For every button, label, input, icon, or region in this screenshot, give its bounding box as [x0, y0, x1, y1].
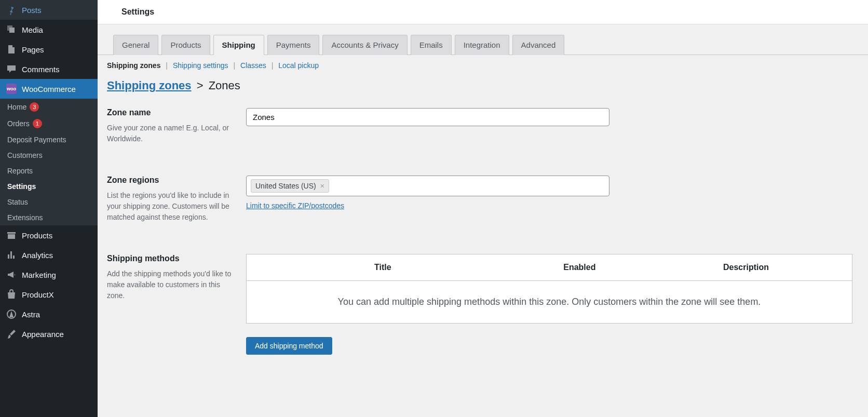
- row-zone-regions: Zone regions List the regions you'd like…: [107, 176, 852, 223]
- submenu-home[interactable]: Home 3: [0, 99, 98, 115]
- th-enabled: Enabled: [519, 254, 640, 281]
- sidebar-label: Appearance: [22, 330, 64, 339]
- row-zone-name: Zone name Give your zone a name! E.g. Lo…: [107, 108, 852, 144]
- page-title: Settings: [121, 7, 856, 17]
- submenu-customers[interactable]: Customers: [0, 147, 98, 163]
- sidebar-item-astra[interactable]: Astra: [0, 304, 98, 324]
- breadcrumb-current: Zones: [209, 79, 240, 92]
- subnav-sep: |: [272, 61, 276, 70]
- add-shipping-method-button[interactable]: Add shipping method: [246, 337, 332, 355]
- subnav-settings[interactable]: Shipping settings: [173, 61, 228, 70]
- label-col: Zone name Give your zone a name! E.g. Lo…: [107, 108, 246, 144]
- chart-icon: [6, 250, 17, 260]
- sidebar-item-media[interactable]: Media: [0, 20, 98, 39]
- woocommerce-submenu: Home 3 Orders 1 Deposit Payments Custome…: [0, 99, 98, 225]
- shipping-methods-label: Shipping methods: [107, 254, 234, 263]
- sidebar-label: Astra: [22, 310, 40, 319]
- tab-advanced[interactable]: Advanced: [512, 35, 565, 55]
- sidebar-item-posts[interactable]: Posts: [0, 0, 98, 20]
- submenu-deposit[interactable]: Deposit Payments: [0, 132, 98, 147]
- label-col: Zone regions List the regions you'd like…: [107, 176, 246, 223]
- comment-icon: [6, 64, 17, 74]
- sidebar-label: Products: [22, 231, 52, 240]
- th-description: Description: [640, 254, 852, 281]
- sidebar-item-analytics[interactable]: Analytics: [0, 245, 98, 265]
- input-col: United States (US) × Limit to specific Z…: [246, 176, 609, 223]
- sidebar-item-marketing[interactable]: Marketing: [0, 265, 98, 285]
- submenu-label: Orders: [7, 119, 30, 128]
- tab-general[interactable]: General: [113, 35, 158, 55]
- subnav-sep: |: [233, 61, 237, 70]
- tab-accounts[interactable]: Accounts & Privacy: [322, 35, 407, 55]
- sidebar-label: Marketing: [22, 271, 56, 279]
- chip-remove-icon[interactable]: ×: [320, 182, 324, 190]
- megaphone-icon: [6, 270, 17, 280]
- input-col: [246, 108, 609, 144]
- empty-message: You can add multiple shipping methods wi…: [247, 281, 852, 324]
- zone-regions-label: Zone regions: [107, 176, 234, 185]
- shipping-subnav: Shipping zones | Shipping settings | Cla…: [98, 55, 868, 70]
- submenu-label: Home: [7, 103, 26, 111]
- tab-shipping[interactable]: Shipping: [213, 35, 264, 55]
- subnav-local[interactable]: Local pickup: [278, 61, 319, 70]
- sidebar-label: ProductX: [22, 290, 54, 299]
- orders-badge: 1: [33, 119, 42, 128]
- input-col: Title Enabled Description You can add mu…: [246, 254, 852, 355]
- submenu-status[interactable]: Status: [0, 194, 98, 210]
- zone-name-help: Give your zone a name! E.g. Local, or Wo…: [107, 123, 234, 144]
- page-icon: [6, 44, 17, 55]
- sidebar-label: Pages: [22, 45, 44, 54]
- zone-name-label: Zone name: [107, 108, 234, 117]
- media-icon: [6, 24, 17, 35]
- tab-integration[interactable]: Integration: [455, 35, 509, 55]
- archive-icon: [6, 230, 17, 240]
- sidebar-item-comments[interactable]: Comments: [0, 59, 98, 79]
- limit-zip-link[interactable]: Limit to specific ZIP/postcodes: [246, 201, 344, 210]
- sidebar-item-pages[interactable]: Pages: [0, 39, 98, 59]
- sidebar-label: Analytics: [22, 251, 53, 260]
- tab-payments[interactable]: Payments: [267, 35, 320, 55]
- label-col: Shipping methods Add the shipping method…: [107, 254, 246, 355]
- region-chip: United States (US) ×: [251, 179, 329, 193]
- bag-icon: [6, 289, 17, 300]
- sidebar-label: WooCommerce: [22, 85, 76, 93]
- zone-name-input[interactable]: [246, 108, 609, 126]
- chip-label: United States (US): [255, 182, 316, 190]
- home-badge: 3: [30, 102, 39, 112]
- tab-emails[interactable]: Emails: [411, 35, 452, 55]
- table-row-empty: You can add multiple shipping methods wi…: [247, 281, 852, 324]
- woocommerce-icon: woo: [6, 84, 17, 94]
- subnav-classes[interactable]: Classes: [240, 61, 266, 70]
- sidebar-label: Posts: [22, 6, 42, 15]
- pin-icon: [6, 5, 17, 15]
- submenu-extensions[interactable]: Extensions: [0, 210, 98, 225]
- submenu-settings[interactable]: Settings: [0, 179, 98, 194]
- admin-sidebar: Posts Media Pages Comments woo WooCommer…: [0, 0, 98, 417]
- sidebar-item-woocommerce[interactable]: woo WooCommerce: [0, 79, 98, 99]
- breadcrumb-root[interactable]: Shipping zones: [107, 79, 192, 92]
- sidebar-item-appearance[interactable]: Appearance: [0, 324, 98, 344]
- main-content: Settings General Products Shipping Payme…: [98, 0, 868, 417]
- submenu-reports[interactable]: Reports: [0, 163, 98, 179]
- page-header: Settings: [98, 0, 868, 24]
- sidebar-item-products[interactable]: Products: [0, 225, 98, 245]
- th-title: Title: [247, 254, 519, 281]
- submenu-orders[interactable]: Orders 1: [0, 115, 98, 132]
- zone-regions-select[interactable]: United States (US) ×: [246, 176, 609, 196]
- sidebar-item-productx[interactable]: ProductX: [0, 285, 98, 304]
- zone-regions-help: List the regions you'd like to include i…: [107, 190, 234, 223]
- breadcrumb-sep: >: [197, 79, 204, 92]
- tab-products[interactable]: Products: [161, 35, 210, 55]
- shipping-methods-table: Title Enabled Description You can add mu…: [246, 254, 852, 324]
- row-shipping-methods: Shipping methods Add the shipping method…: [107, 254, 852, 355]
- astra-icon: [6, 309, 17, 319]
- subnav-zones[interactable]: Shipping zones: [107, 61, 160, 70]
- shipping-methods-help: Add the shipping methods you'd like to m…: [107, 268, 234, 301]
- settings-body: Zone name Give your zone a name! E.g. Lo…: [98, 98, 868, 365]
- brush-icon: [6, 329, 17, 339]
- sidebar-label: Comments: [22, 65, 60, 74]
- settings-tabs: General Products Shipping Payments Accou…: [98, 24, 868, 55]
- subnav-sep: |: [166, 61, 170, 70]
- breadcrumb: Shipping zones > Zones: [98, 70, 868, 98]
- sidebar-label: Media: [22, 25, 43, 34]
